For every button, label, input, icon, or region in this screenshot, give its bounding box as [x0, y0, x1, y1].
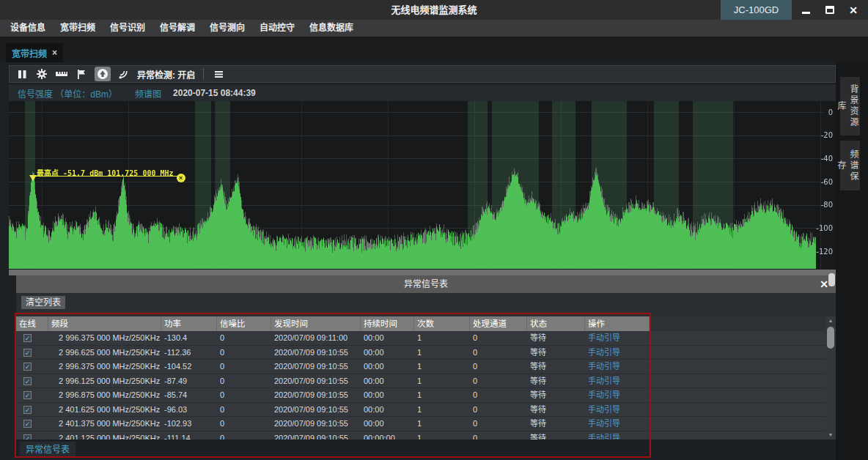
panel-header[interactable]: 异常信号表 ✕	[16, 275, 836, 293]
flag-button[interactable]	[75, 67, 88, 81]
online-checkbox[interactable]: ✓	[23, 349, 32, 357]
tab-close-icon[interactable]: ×	[52, 48, 57, 58]
online-cell: ✓	[16, 374, 48, 388]
scrollbar-up-arrow-icon[interactable]: ▲	[825, 316, 836, 325]
abnormal-signal-panel: 异常信号表 ✕ 清空列表 在线频段功率信噪比发现时间持续时间次数处理通道状态操作…	[16, 275, 836, 460]
table-row[interactable]: ✓2 401.125 000 MHz/250KHz-111.1402020/07…	[16, 431, 825, 440]
tab-broadband-scan[interactable]: 宽带扫频 ×	[6, 43, 63, 62]
maximize-button[interactable]	[820, 0, 840, 20]
channel-cell: 0	[470, 403, 527, 417]
annotation-close-icon[interactable]: ×	[177, 174, 185, 182]
abnormal-signal-table: 在线频段功率信噪比发现时间持续时间次数处理通道状态操作 ✓2 996.375 0…	[16, 316, 825, 439]
menu-item-0[interactable]: 设备信息	[3, 20, 53, 37]
menu-item-6[interactable]: 信息数据库	[302, 20, 361, 37]
duration-cell: 00:00:00	[361, 431, 414, 440]
online-checkbox[interactable]: ✓	[23, 420, 32, 428]
manual-guide-link[interactable]: 手动引导	[585, 403, 650, 417]
table-row[interactable]: ✓2 996.375 000 MHz/250KHz-130.402020/07/…	[16, 331, 825, 346]
column-header-5[interactable]: 持续时间	[361, 316, 414, 331]
count-cell: 1	[414, 388, 470, 402]
minimize-button[interactable]	[796, 0, 817, 20]
bottom-tab-abnormal-signal[interactable]: 异常信号表	[20, 442, 76, 458]
spectrum-chart[interactable]	[9, 101, 836, 270]
clear-list-button[interactable]: 清空列表	[21, 296, 65, 309]
manual-guide-link[interactable]: 手动引导	[585, 388, 650, 402]
table-row[interactable]: ✓2 996.375 000 MHz/250KHz-104.5202020/07…	[16, 360, 825, 374]
application-window: 无线电频谱监测系统 JC-100GD ✕ 设备信息宽带扫频信号识别信号解调信号测…	[0, 0, 868, 460]
menu-item-4[interactable]: 信号测向	[202, 20, 252, 37]
table-row[interactable]: ✓2 996.125 000 MHz/250KHz-87.4902020/07/…	[16, 374, 825, 389]
power-cell: -87.49	[161, 374, 217, 388]
found-cell: 2020/07/09 09:10:55	[271, 360, 361, 374]
scrollbar-down-arrow-icon[interactable]: ▼	[825, 431, 836, 439]
freq-cell: 2 996.375 000 MHz/250KHz	[48, 360, 161, 374]
pause-button[interactable]	[15, 67, 29, 81]
max-point-pin-icon	[29, 175, 37, 181]
close-button[interactable]: ✕	[843, 0, 864, 20]
measure-button[interactable]	[55, 67, 68, 81]
max-point-text: 最高点 -51.7 dBm 101.725 000 MHz	[37, 169, 174, 177]
record-upload-toggle[interactable]	[95, 67, 111, 81]
table-row[interactable]: ✓2 401.625 000 MHz/250KHz-96.0302020/07/…	[16, 403, 825, 418]
chart-scrollbar-handle[interactable]	[828, 273, 835, 286]
tab-bar: 宽带扫频 ×	[0, 37, 868, 62]
menu-item-1[interactable]: 宽带扫频	[53, 20, 103, 37]
max-point-annotation[interactable]: 最高点 -51.7 dBm 101.725 000 MHz ×	[31, 166, 181, 177]
online-checkbox[interactable]: ✓	[23, 334, 32, 342]
online-checkbox[interactable]: ✓	[23, 406, 32, 414]
snr-cell: 0	[217, 417, 271, 431]
column-header-0[interactable]: 在线	[16, 316, 48, 331]
duration-cell: 00:00	[361, 374, 414, 388]
table-row[interactable]: ✓2 996.875 000 MHz/250KHz-85.7402020/07/…	[16, 388, 825, 403]
found-cell: 2020/07/09 09:10:55	[271, 417, 361, 431]
table-vertical-scrollbar[interactable]: ▲ ▼	[825, 316, 836, 439]
panel-title: 异常信号表	[16, 275, 836, 293]
spectrum-save-button[interactable]: 频谱保存	[840, 141, 860, 190]
chart-type-label[interactable]: 频谱图	[135, 87, 161, 100]
table-row[interactable]: ✓2 401.375 000 MHz/250KHz-102.9302020/07…	[16, 417, 825, 431]
column-header-2[interactable]: 功率	[161, 316, 217, 331]
hamburger-icon	[214, 70, 224, 79]
online-checkbox[interactable]: ✓	[23, 391, 32, 399]
manual-guide-link[interactable]: 手动引导	[585, 331, 650, 345]
spectrum-canvas	[9, 101, 836, 270]
count-cell: 1	[414, 346, 470, 360]
snr-cell: 0	[217, 331, 271, 345]
table-row[interactable]: ✓2 996.625 000 MHz/250KHz-112.3602020/07…	[16, 346, 825, 360]
manual-guide-link[interactable]: 手动引导	[585, 431, 650, 440]
online-cell: ✓	[16, 388, 48, 402]
table-header-row: 在线频段功率信噪比发现时间持续时间次数处理通道状态操作	[16, 316, 825, 331]
online-checkbox[interactable]: ✓	[23, 434, 32, 440]
column-header-7[interactable]: 处理通道	[470, 316, 527, 331]
column-header-4[interactable]: 发现时间	[271, 316, 361, 331]
freq-cell: 2 996.375 000 MHz/250KHz	[48, 331, 161, 345]
freq-cell: 2 996.125 000 MHz/250KHz	[48, 374, 161, 388]
column-header-9[interactable]: 操作	[585, 316, 650, 331]
status-cell: 等待	[527, 431, 585, 440]
manual-guide-link[interactable]: 手动引导	[585, 360, 650, 374]
status-cell: 等待	[527, 403, 585, 417]
scrollbar-thumb[interactable]	[827, 327, 834, 349]
column-header-3[interactable]: 信噪比	[217, 316, 271, 331]
menu-item-2[interactable]: 信号识别	[103, 20, 152, 37]
online-checkbox[interactable]: ✓	[23, 363, 32, 371]
menu-item-3[interactable]: 信号解调	[152, 20, 202, 37]
manual-guide-link[interactable]: 手动引导	[585, 346, 650, 360]
online-cell: ✓	[16, 403, 48, 417]
online-checkbox[interactable]: ✓	[23, 377, 32, 385]
background-library-button[interactable]: 背景资源库	[840, 77, 860, 136]
anomaly-scan-button[interactable]	[117, 67, 130, 81]
online-cell: ✓	[16, 346, 48, 360]
menu-item-5[interactable]: 自动控守	[252, 20, 302, 37]
settings-button[interactable]	[35, 67, 48, 81]
column-header-6[interactable]: 次数	[414, 316, 470, 331]
column-header-1[interactable]: 频段	[48, 316, 161, 331]
manual-guide-link[interactable]: 手动引导	[585, 374, 650, 388]
tab-label: 宽带扫频	[12, 47, 47, 59]
status-cell: 等待	[527, 388, 585, 402]
device-model-button[interactable]: JC-100GD	[721, 0, 792, 20]
column-header-8[interactable]: 状态	[527, 316, 585, 331]
list-menu-button[interactable]	[212, 67, 225, 81]
chart-horizontal-scrollbar[interactable]	[9, 270, 836, 275]
manual-guide-link[interactable]: 手动引导	[585, 417, 650, 431]
